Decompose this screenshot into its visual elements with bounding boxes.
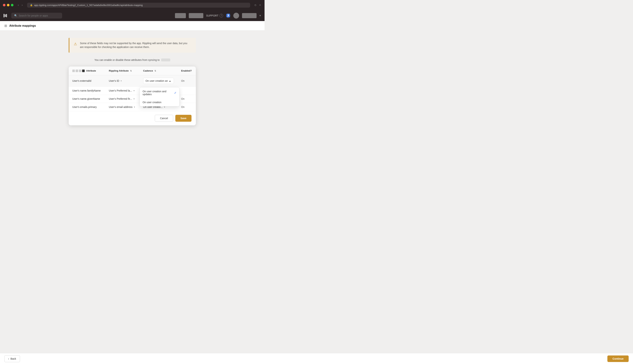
logo-bar-1	[4, 14, 4, 18]
warning-banner: ⚠ Some of these fields may not be suppor…	[69, 38, 196, 53]
rippling-attr-value: User's email address	[109, 106, 132, 108]
app-header: 🔍 SUPPORT ? ♿ ▾	[0, 10, 264, 21]
attribute-cell: User's externalId	[69, 75, 105, 87]
rippling-attr-cell[interactable]: User's Preferred la... ▾	[105, 87, 140, 95]
search-box[interactable]: 🔍	[11, 13, 62, 18]
accessibility-icon[interactable]: ♿	[226, 14, 230, 18]
lock-icon: 🔒	[30, 4, 33, 6]
page-title: Attribute mappings	[9, 24, 36, 28]
forward-nav-button[interactable]: ›	[21, 3, 23, 8]
enabled-column-header: Enabled?	[178, 66, 196, 75]
save-button[interactable]: Save	[175, 115, 192, 122]
cadence-cell[interactable]: On user creation an ▴ On user creation a…	[140, 75, 178, 87]
rippling-attr-value: User's ID	[109, 80, 119, 82]
checkbox-3[interactable]	[79, 70, 82, 72]
rippling-attr-cell[interactable]: User's Preferred fir... ▾	[105, 95, 140, 103]
main-content: ⚠ Some of these fields may not be suppor…	[0, 30, 264, 152]
search-icon: 🔍	[14, 14, 17, 17]
sync-text: You can enable or disable these attribut…	[94, 58, 170, 62]
logo-bar-2	[5, 14, 6, 17]
user-avatar[interactable]	[233, 13, 239, 18]
url-text: app.rippling.com/apps/API/BlairTesting2_…	[34, 4, 143, 6]
new-tab-icon[interactable]: +	[258, 3, 262, 8]
attribute-value: User's name.givenName	[72, 97, 100, 100]
enabled-value: On	[181, 106, 184, 108]
dropdown-arrow-icon[interactable]: ▾	[260, 14, 261, 17]
sort-rippling-icon[interactable]: ⇅	[130, 70, 132, 72]
logo-bar-3	[6, 14, 7, 17]
sort-cadence-icon[interactable]: ⇅	[154, 70, 156, 72]
support-label: SUPPORT	[206, 14, 218, 17]
enabled-value: On	[181, 80, 184, 82]
attribute-col-label: Attribute	[86, 70, 96, 72]
attribute-table: Attribute Rippling Attribute ⇅ Cadence ⇅…	[69, 66, 196, 111]
checkbox-2[interactable]	[76, 70, 78, 72]
attribute-value: User's externalId	[72, 80, 92, 82]
traffic-lights	[3, 4, 14, 6]
header-checkboxes	[72, 70, 85, 72]
cadence-current-value: On user creation an	[146, 80, 168, 82]
chevron-up-icon: ▴	[169, 80, 170, 82]
header-avatar-group-2	[189, 13, 203, 18]
close-traffic-light[interactable]	[3, 4, 6, 6]
cadence-col-label: Cadence	[143, 70, 153, 72]
modal-container: Attribute Rippling Attribute ⇅ Cadence ⇅…	[69, 66, 196, 125]
chevron-down-icon: ▾	[134, 106, 135, 108]
page-header: ⊞ Attribute mappings	[0, 21, 264, 30]
cancel-button[interactable]: Cancel	[155, 115, 173, 122]
sync-text-label: You can enable or disable these attribut…	[94, 58, 160, 62]
support-button[interactable]: SUPPORT ?	[206, 14, 223, 18]
attribute-cell: User's emails.primary	[69, 103, 105, 111]
cadence-option-2[interactable]: On user creation	[140, 98, 179, 106]
rippling-attr-cell[interactable]: User's email address ▾	[105, 103, 140, 111]
rippling-attr-col-label: Rippling Attribute	[109, 70, 129, 72]
attribute-value: User's name.familyName	[72, 89, 101, 92]
enabled-cell	[178, 87, 196, 95]
checkbox-4[interactable]	[82, 70, 85, 72]
checkbox-1[interactable]	[72, 70, 75, 72]
address-bar[interactable]: 🔒 app.rippling.com/apps/API/BlairTesting…	[27, 3, 250, 8]
warning-icon: ⚠	[74, 42, 77, 49]
back-nav-button[interactable]: ‹	[17, 3, 20, 8]
rippling-attr-cell[interactable]: User's ID ▾	[105, 75, 140, 87]
attribute-cell: User's name.givenName	[69, 95, 105, 103]
attribute-column-header: Attribute	[69, 66, 105, 75]
minimize-traffic-light[interactable]	[7, 4, 10, 6]
attribute-value: User's emails.primary	[72, 106, 97, 108]
sync-app-name	[161, 58, 170, 62]
share-icon[interactable]: ⎋	[254, 3, 257, 8]
enabled-cell: On	[178, 95, 196, 103]
enabled-value: On	[181, 97, 184, 100]
warning-text: Some of these fields may not be supporte…	[80, 42, 192, 49]
rippling-attr-value: User's Preferred la...	[109, 89, 132, 92]
rippling-attr-dropdown[interactable]: User's Preferred la... ▾	[109, 89, 136, 92]
header-company-selector[interactable]	[242, 13, 256, 18]
cadence-option-2-label: On user creation	[142, 101, 162, 104]
chevron-down-icon: ▾	[134, 98, 135, 100]
maximize-traffic-light[interactable]	[11, 4, 14, 6]
rippling-attr-dropdown[interactable]: User's Preferred fir... ▾	[109, 97, 136, 100]
chevron-down-icon: ▾	[121, 80, 122, 82]
browser-chrome: ‹ › 🔒 app.rippling.com/apps/API/BlairTes…	[0, 0, 264, 10]
rippling-attr-dropdown[interactable]: User's email address ▾	[109, 106, 136, 108]
search-input[interactable]	[19, 14, 59, 17]
header-right: SUPPORT ? ♿ ▾	[175, 13, 261, 18]
grid-icon: ⊞	[4, 24, 7, 28]
rippling-logo	[4, 14, 7, 18]
rippling-attribute-column-header: Rippling Attribute ⇅	[105, 66, 140, 75]
chevron-down-icon: ▾	[134, 90, 135, 92]
modal-footer: Cancel Save	[69, 111, 196, 125]
rippling-attr-value: User's Preferred fir...	[109, 97, 132, 100]
browser-actions: ⎋ +	[254, 3, 262, 8]
check-icon: ✓	[174, 91, 176, 95]
cadence-option-1-label: On user creation and updates	[142, 90, 172, 96]
rippling-attr-dropdown[interactable]: User's ID ▾	[109, 80, 136, 82]
cadence-dropdown-trigger[interactable]: On user creation an ▴	[143, 78, 174, 84]
browser-nav: ‹ ›	[17, 3, 24, 8]
attribute-cell: User's name.familyName	[69, 87, 105, 95]
enabled-cell: On	[178, 103, 196, 111]
header-avatar-group-1	[175, 13, 186, 18]
cadence-option-1[interactable]: On user creation and updates ✓	[140, 87, 179, 98]
table-row: User's externalId User's ID ▾ On user cr…	[69, 75, 196, 87]
help-icon: ?	[220, 14, 223, 18]
